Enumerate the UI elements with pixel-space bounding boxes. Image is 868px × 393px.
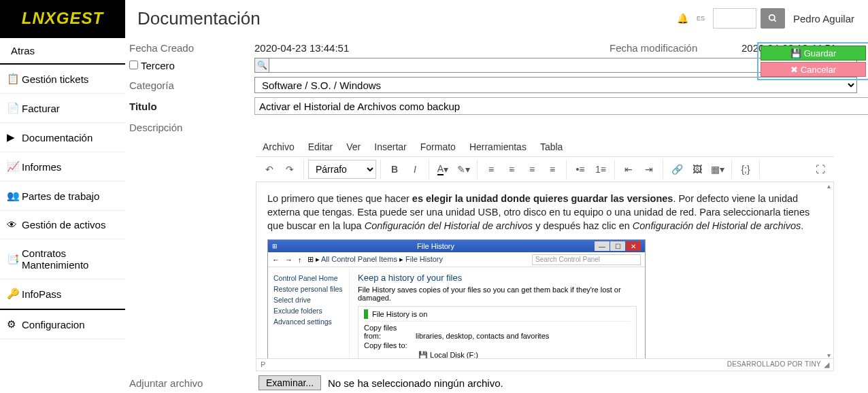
- scroll-down-icon[interactable]: ▾: [825, 352, 832, 358]
- link-button[interactable]: 🔗: [667, 160, 686, 179]
- gear-icon: ⚙: [7, 318, 16, 330]
- sidebar-item-documentacion[interactable]: ▶Documentación: [0, 123, 125, 152]
- align-left-button[interactable]: ≡: [482, 160, 501, 179]
- browse-button[interactable]: Examinar...: [258, 375, 321, 390]
- menu-archivo[interactable]: Archivo: [263, 141, 295, 152]
- save-button[interactable]: 💾Guardar: [761, 46, 866, 61]
- align-center-button[interactable]: ≡: [502, 160, 521, 179]
- lookup-icon[interactable]: 🔍: [254, 58, 269, 73]
- sidebar-item-tickets[interactable]: 📋Gestión tickets: [0, 65, 125, 94]
- play-icon: ▶: [7, 131, 16, 143]
- bullet-list-button[interactable]: •≡: [571, 160, 590, 179]
- back-button[interactable]: Atras: [0, 37, 125, 65]
- align-justify-button[interactable]: ≡: [543, 160, 562, 179]
- editor-menubar: Archivo Editar Ver Insertar Formato Herr…: [256, 137, 834, 157]
- username[interactable]: Pedro Aguilar: [793, 13, 854, 24]
- attach-filename: No se ha seleccionado ningún archivo.: [328, 377, 503, 389]
- cancel-button[interactable]: ✖Cancelar: [761, 62, 866, 77]
- tercero-checkbox[interactable]: [129, 61, 138, 69]
- page-title: Documentación: [137, 8, 261, 29]
- asset-icon: 👁: [7, 219, 16, 230]
- rich-editor: Archivo Editar Ver Insertar Formato Herr…: [256, 137, 834, 371]
- sidebar-item-activos[interactable]: 👁Gestión de activos: [0, 211, 125, 239]
- menu-tabla[interactable]: Tabla: [540, 141, 563, 152]
- menu-ver[interactable]: Ver: [346, 141, 361, 152]
- sidebar-item-label: InfoPass: [22, 288, 61, 300]
- svg-point-0: [769, 15, 775, 20]
- app-logo: LNXGEST: [0, 0, 125, 37]
- menu-herramientas[interactable]: Herramientas: [469, 141, 527, 152]
- ss-side-head: Control Panel Home: [273, 273, 344, 284]
- created-label: Fecha Creado: [129, 42, 252, 54]
- table-button[interactable]: ▦▾: [708, 160, 727, 179]
- created-value: 2020-04-23 13:44:51: [254, 42, 607, 54]
- save-icon: 💾: [790, 48, 801, 58]
- editor-paragraph: Lo primero que tienes que hacer es elegi…: [267, 192, 822, 233]
- paragraph-select[interactable]: Párrafo: [308, 160, 376, 179]
- ss-main-desc: File History saves copies of your files …: [358, 286, 637, 302]
- sidebar-item-partes[interactable]: 👥Partes de trabajo: [0, 182, 125, 211]
- header-search-input[interactable]: [713, 8, 756, 29]
- resize-handle-icon[interactable]: ◢: [824, 360, 829, 369]
- undo-button[interactable]: ↶: [260, 160, 279, 179]
- category-label: Categoría: [129, 80, 252, 91]
- ss-side-item: Restore personal files: [273, 284, 344, 294]
- editor-body[interactable]: ▴ ▾ Lo primero que tienes que hacer es e…: [256, 182, 834, 359]
- scroll-up-icon[interactable]: ▴: [825, 182, 832, 189]
- lang-toggle[interactable]: ES: [697, 16, 705, 22]
- code-button[interactable]: {;}: [736, 160, 755, 179]
- ss-side-item: Advanced settings: [273, 316, 344, 327]
- header-search-button[interactable]: [761, 8, 785, 29]
- sidebar-item-facturar[interactable]: 📄Facturar: [0, 94, 125, 123]
- text-color-button[interactable]: A▾: [433, 160, 452, 179]
- tercero-label: Tercero: [141, 60, 175, 71]
- italic-button[interactable]: I: [405, 160, 424, 179]
- sidebar-item-contratos[interactable]: 📑Contratos Mantenimiento: [0, 239, 125, 279]
- align-right-button[interactable]: ≡: [522, 160, 541, 179]
- ss-on-text: File History is on: [372, 310, 427, 318]
- svg-line-1: [774, 20, 776, 22]
- people-icon: 👥: [7, 190, 16, 202]
- editor-path: P: [261, 360, 265, 369]
- bell-icon[interactable]: 🔔: [677, 13, 688, 24]
- action-panel: 💾Guardar ✖Cancelar: [757, 42, 868, 80]
- redo-button[interactable]: ↷: [280, 160, 299, 179]
- ss-side-item: Select drive: [273, 294, 344, 305]
- title-input[interactable]: [254, 97, 868, 115]
- chart-icon: 📈: [7, 160, 16, 173]
- ss-title: File History: [278, 242, 594, 250]
- editor-toolbar: ↶ ↷ Párrafo B I A▾ ✎▾ ≡ ≡ ≡: [256, 157, 834, 182]
- menu-formato[interactable]: Formato: [420, 141, 456, 152]
- key-icon: 🔑: [7, 288, 16, 300]
- image-button[interactable]: 🖼: [688, 160, 707, 179]
- sidebar-item-infopass[interactable]: 🔑InfoPass: [0, 279, 125, 309]
- editor-credit: DESARROLLADO POR TINY: [727, 360, 821, 369]
- sidebar-item-label: Facturar: [22, 103, 60, 114]
- sidebar-item-label: Gestión de activos: [22, 219, 105, 230]
- sidebar-item-label: Configuracion: [22, 319, 85, 330]
- save-label: Guardar: [804, 48, 837, 58]
- number-list-button[interactable]: 1≡: [591, 160, 610, 179]
- sidebar-item-informes[interactable]: 📈Informes: [0, 152, 125, 182]
- cancel-label: Cancelar: [801, 65, 836, 75]
- invoice-icon: 📄: [7, 102, 16, 114]
- title-label: Titulo: [129, 101, 252, 112]
- fullscreen-button[interactable]: ⛶: [811, 160, 830, 179]
- highlight-button[interactable]: ✎▾: [454, 160, 473, 179]
- cancel-icon: ✖: [790, 65, 798, 75]
- desc-label: Descripción: [129, 122, 252, 133]
- bold-button[interactable]: B: [385, 160, 404, 179]
- indent-button[interactable]: ⇥: [639, 160, 658, 179]
- sidebar-item-config[interactable]: ⚙Configuracion: [0, 310, 125, 339]
- attach-label: Adjuntar archivo: [129, 377, 252, 389]
- outdent-button[interactable]: ⇤: [619, 160, 638, 179]
- tercero-check[interactable]: Tercero: [129, 60, 252, 71]
- sidebar-item-label: Gestión tickets: [22, 73, 88, 85]
- sidebar: Atras 📋Gestión tickets 📄Facturar ▶Docume…: [0, 37, 125, 390]
- menu-insertar[interactable]: Insertar: [374, 141, 406, 152]
- menu-editar[interactable]: Editar: [308, 141, 333, 152]
- modified-label: Fecha modificación: [610, 42, 739, 54]
- ss-main-title: Keep a history of your files: [358, 273, 637, 283]
- ss-side-item: Exclude folders: [273, 305, 344, 316]
- sidebar-item-label: Informes: [22, 161, 61, 173]
